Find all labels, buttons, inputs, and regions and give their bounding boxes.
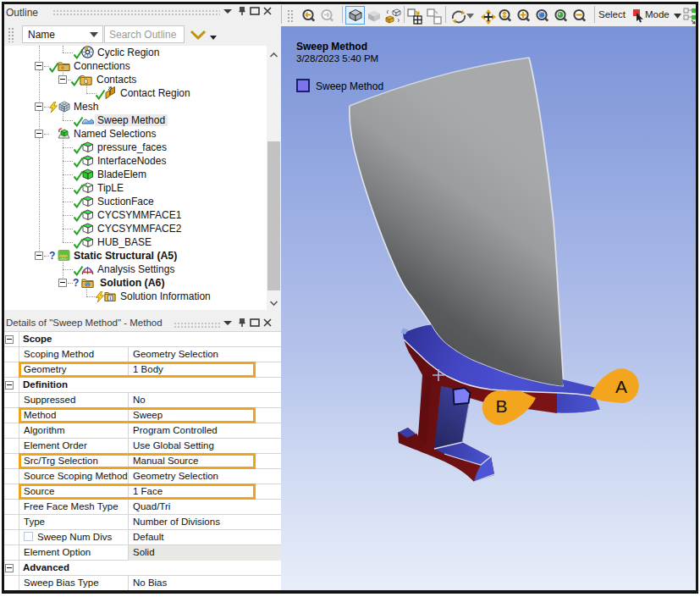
svg-text:B: B [495,396,507,416]
svg-text:i: i [109,295,111,301]
svg-text:A: A [615,377,627,396]
